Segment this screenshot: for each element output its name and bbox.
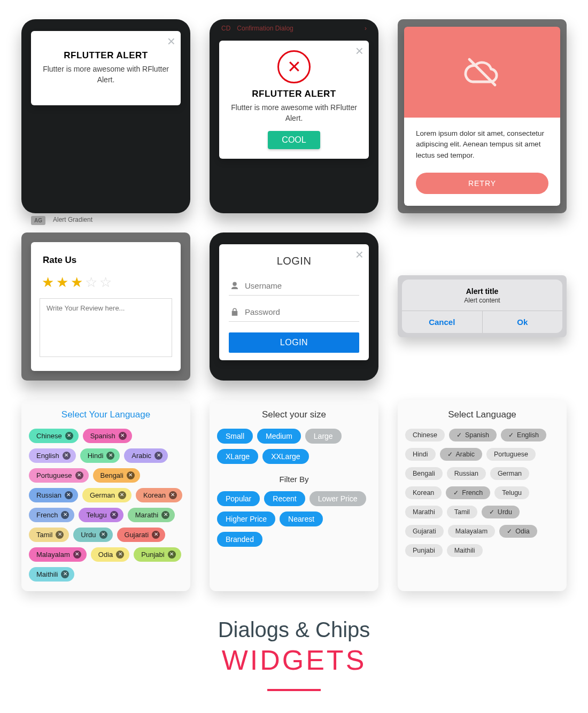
chip-marathi[interactable]: Marathi <box>405 506 443 518</box>
chip-tamil[interactable]: Tamil <box>447 506 477 518</box>
chip-russian[interactable]: Russian <box>447 467 486 480</box>
chip-hindi[interactable]: Hindi✕ <box>80 448 120 463</box>
chip-maithili[interactable]: Maithili✕ <box>29 567 74 582</box>
filter-by-title: Filter By <box>217 475 371 484</box>
chip-english[interactable]: English✕ <box>29 448 76 463</box>
chip-bengali[interactable]: Bengali <box>405 467 443 480</box>
chip-medium[interactable]: Medium <box>257 429 301 444</box>
chip-remove-icon[interactable]: ✕ <box>61 570 69 578</box>
chip-remove-icon[interactable]: ✕ <box>65 432 73 440</box>
chip-malayalam[interactable]: Malayalam <box>448 525 495 538</box>
check-icon: ✓ <box>508 431 514 439</box>
chip-remove-icon[interactable]: ✕ <box>116 551 124 559</box>
chip-korean[interactable]: Korean✕ <box>136 488 182 502</box>
close-icon[interactable]: × <box>355 247 363 261</box>
chip-label: English <box>36 452 59 460</box>
chip-popular[interactable]: Popular <box>217 491 260 506</box>
chip-remove-icon[interactable]: ✕ <box>118 491 126 499</box>
chip-remove-icon[interactable]: ✕ <box>99 531 107 539</box>
chip-remove-icon[interactable]: ✕ <box>110 511 118 519</box>
chip-label: Spanish <box>90 432 115 440</box>
star-rating[interactable]: ★★★☆☆ <box>42 274 170 291</box>
retry-button[interactable]: RETRY <box>416 173 548 194</box>
chip-french[interactable]: French✕ <box>29 508 74 522</box>
chip-arabic[interactable]: Arabic✕ <box>124 448 168 463</box>
chip-telugu[interactable]: Telugu <box>494 486 529 499</box>
chip-german[interactable]: German <box>490 467 529 480</box>
chip-portuguese[interactable]: Portuguese✕ <box>29 468 89 483</box>
chip-remove-icon[interactable]: ✕ <box>168 551 176 559</box>
chip-label: Russian <box>454 470 478 477</box>
chip-lower-price[interactable]: Lower Price <box>310 491 366 506</box>
chip-english[interactable]: ✓English <box>501 429 546 441</box>
chip-remove-icon[interactable]: ✕ <box>169 491 177 499</box>
chip-urdu[interactable]: Urdu✕ <box>73 528 112 542</box>
chip-gujarati[interactable]: Gujarati <box>405 525 444 538</box>
chip-hindi[interactable]: Hindi <box>405 448 436 461</box>
chip-remove-icon[interactable]: ✕ <box>63 452 71 460</box>
chip-odia[interactable]: Odia✕ <box>91 547 129 562</box>
close-icon[interactable]: × <box>167 34 175 48</box>
chip-remove-icon[interactable]: ✕ <box>106 452 114 460</box>
chip-remove-icon[interactable]: ✕ <box>73 551 81 559</box>
chip-remove-icon[interactable]: ✕ <box>127 471 135 479</box>
chip-chinese[interactable]: Chinese✕ <box>29 429 79 443</box>
username-field[interactable] <box>229 277 359 296</box>
close-icon[interactable]: × <box>355 44 363 58</box>
star-icon[interactable]: ☆ <box>99 274 112 291</box>
chip-remove-icon[interactable]: ✕ <box>154 452 163 460</box>
chip-arabic[interactable]: ✓Arabic <box>440 448 482 461</box>
chip-russian[interactable]: Russian✕ <box>29 488 78 502</box>
chip-large[interactable]: Large <box>305 429 342 444</box>
chip-label: Bengali <box>413 470 435 477</box>
review-textarea[interactable] <box>40 298 172 357</box>
chip-remove-icon[interactable]: ✕ <box>65 491 73 499</box>
password-input[interactable] <box>245 307 358 316</box>
ios-ok-button[interactable]: Ok <box>482 311 563 333</box>
chip-branded[interactable]: Branded <box>217 532 262 547</box>
chip-punjabi[interactable]: Punjabi <box>405 544 443 557</box>
chip-german[interactable]: German✕ <box>82 488 131 502</box>
chip-marathi[interactable]: Marathi✕ <box>128 508 175 522</box>
chip-tamil[interactable]: Tamil✕ <box>29 528 69 542</box>
ios-alert-title: Alert title <box>408 287 556 296</box>
chip-punjabi[interactable]: Punjabi✕ <box>134 547 181 562</box>
rate-title: Rate Us <box>43 255 169 266</box>
chip-portuguese[interactable]: Portuguese <box>486 448 536 461</box>
chip-remove-icon[interactable]: ✕ <box>56 531 64 539</box>
star-icon[interactable]: ★ <box>56 274 68 291</box>
chip-spanish[interactable]: ✓Spanish <box>449 429 497 441</box>
chip-remove-icon[interactable]: ✕ <box>119 432 127 440</box>
chip-xxlarge[interactable]: XXLarge <box>262 449 308 464</box>
chip-remove-icon[interactable]: ✕ <box>152 531 160 539</box>
chip-small[interactable]: Small <box>217 429 253 444</box>
chip-korean[interactable]: Korean <box>405 486 442 499</box>
chip-remove-icon[interactable]: ✕ <box>61 511 69 519</box>
chip-gujarati[interactable]: Gujarati✕ <box>117 528 166 542</box>
chip-recent[interactable]: Recent <box>264 491 305 506</box>
chip-maithili[interactable]: Maithili <box>447 544 483 557</box>
chip-spanish[interactable]: Spanish✕ <box>83 429 132 443</box>
star-icon[interactable]: ★ <box>71 274 83 291</box>
chip-label: English <box>517 431 539 439</box>
chip-nearest[interactable]: Nearest <box>280 511 323 526</box>
chip-urdu[interactable]: ✓Urdu <box>482 506 520 518</box>
username-input[interactable] <box>245 281 358 290</box>
login-button[interactable]: LOGIN <box>229 332 359 353</box>
ios-cancel-button[interactable]: Cancel <box>402 311 482 333</box>
chip-chinese[interactable]: Chinese <box>405 429 445 441</box>
chip-malayalam[interactable]: Malayalam✕ <box>29 547 87 562</box>
chip-french[interactable]: ✓French <box>446 486 490 499</box>
password-field[interactable] <box>229 303 359 322</box>
chip-remove-icon[interactable]: ✕ <box>161 511 169 519</box>
chip-label: Korean <box>413 489 434 497</box>
cool-button[interactable]: COOL <box>268 131 320 149</box>
star-icon[interactable]: ☆ <box>85 274 97 291</box>
chip-remove-icon[interactable]: ✕ <box>75 471 83 479</box>
chip-telugu[interactable]: Telugu✕ <box>79 508 123 522</box>
star-icon[interactable]: ★ <box>42 274 54 291</box>
chip-xlarge[interactable]: XLarge <box>217 449 258 464</box>
chip-bengali[interactable]: Bengali✕ <box>93 468 140 483</box>
chip-higher-price[interactable]: Higher Price <box>217 511 275 526</box>
chip-odia[interactable]: ✓Odia <box>499 525 537 538</box>
